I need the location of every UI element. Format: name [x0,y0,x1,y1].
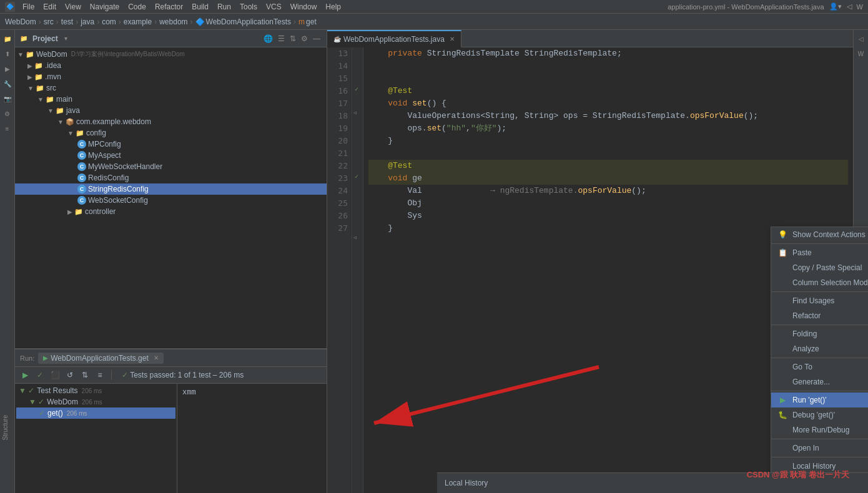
tree-item-src[interactable]: ▼ 📁 src [15,82,327,94]
globe-icon[interactable]: 🌐 [262,33,274,44]
ctx-more-run-debug[interactable]: More Run/Debug › [771,422,868,437]
sidebar-project-icon[interactable]: 📁 [1,32,14,45]
breadcrumb-webdom[interactable]: WebDom [5,17,36,26]
run-sort-btn[interactable]: ⇅ [79,369,91,381]
run-tab-close[interactable]: ✕ [154,354,159,361]
breadcrumb-example[interactable]: example [124,17,152,26]
run-section: Run: ▶ WebDomApplicationTests.get ✕ ▶ ✓ … [15,349,327,493]
structure-label: Structure [0,412,11,443]
breadcrumb-webdom2[interactable]: webdom [159,17,187,26]
tree-item-mvn[interactable]: ▶ 📁 .mvn [15,71,327,82]
ctx-open-in[interactable]: Open In › [771,441,868,456]
tree-item-controller[interactable]: ▶ 📁 controller [15,206,327,217]
right-icon-2[interactable]: W [855,47,867,60]
tree-root-path: D:\学习案例\integrationMyBatis\WebDom [71,50,185,59]
menu-file[interactable]: File [19,2,38,12]
tree-label-mywebsocket: MyWebSocketHandler [88,162,162,171]
breadcrumb-src[interactable]: src [44,17,54,26]
menu-run[interactable]: Run [214,2,235,12]
ctx-run-get[interactable]: ▶ Run 'get()' Ctrl+Shift+F10 [771,393,868,408]
tree-item-main[interactable]: ▼ 📁 main [15,94,327,105]
ctx-go-to[interactable]: Go To › [771,359,868,374]
menu-bar: 🔷 File Edit View Navigate Code Refactor … [0,0,868,14]
run-tab[interactable]: ▶ WebDomApplicationTests.get ✕ [38,353,164,364]
breadcrumb-java[interactable]: java [81,17,94,26]
chevron-icon[interactable]: ⇅ [289,33,297,44]
code-line-26: Sys [368,210,848,222]
breadcrumb-com[interactable]: com [102,17,116,26]
sidebar-run-icon[interactable]: ▶ [1,62,14,75]
tree-label-controller: controller [85,207,116,216]
menu-tools[interactable]: Tools [236,2,261,12]
menu-code[interactable]: Code [124,2,150,12]
ctx-show-context-actions[interactable]: 💡 Show Context Actions Alt+Enter [771,227,868,242]
breadcrumb-method[interactable]: get [306,17,317,26]
tree-item-config[interactable]: ▼ 📁 config [15,127,327,139]
tree-label-redisconfig: RedisConfig [88,173,129,182]
sidebar-commit-icon[interactable]: ⬆ [1,47,14,60]
breadcrumb-class-icon: 🔷 [195,17,205,26]
ctx-folding[interactable]: Folding › [771,326,868,341]
code-line-13: private StringRedisTemplate StringRedisT… [368,47,848,60]
tree-item-myaspect[interactable]: C MyAspect [15,150,327,161]
ctx-sep-4 [771,358,868,358]
code-line-17: void set() { [368,97,848,110]
right-icon-1[interactable]: ◁ [855,32,867,45]
tree-root[interactable]: ▼ 📁 WebDom D:\学习案例\integrationMyBatis\We… [15,49,327,60]
menu-help[interactable]: Help [322,2,345,12]
tree-item-redisconfig[interactable]: C RedisConfig [15,172,327,183]
run-play-btn[interactable]: ▶ [19,369,31,381]
tree-label-mvn: .mvn [45,72,61,81]
class-icon-stringredis: C [77,185,86,193]
menu-vcs[interactable]: VCS [262,2,285,12]
tree-item-mywebsocket[interactable]: C MyWebSocketHandler [15,161,327,172]
tree-item-package[interactable]: ▼ 📦 com.example.webdom [15,116,327,127]
tree-label-websocketconfig: WebSocketConfig [88,196,148,205]
menu-build[interactable]: Build [188,2,212,12]
editor-tab-close[interactable]: ✕ [450,36,455,42]
watermark: CSDN @跟 耿瑞 卷出一片天 [747,469,849,481]
run-tree-get[interactable]: ✓ get() 206 ms [16,408,175,419]
gear-icon[interactable]: ⚙ [300,33,309,44]
ctx-column-selection[interactable]: Column Selection Mode Alt+Shift+Insert [771,275,868,290]
tree-label-java: java [66,106,80,115]
run-filter-btn[interactable]: ≡ [94,369,106,381]
tree-item-mpconfig[interactable]: C MPConfig [15,139,327,150]
tree-item-websocketconfig[interactable]: C WebSocketConfig [15,195,327,206]
tree-item-stringredis[interactable]: C StringRedisConfig [15,183,327,195]
menu-edit[interactable]: Edit [39,2,60,12]
ctx-debug-get[interactable]: 🐛 Debug 'get()' [771,408,868,422]
run-output: xmm [177,384,327,493]
ctx-generate[interactable]: Generate... Alt+Insert [771,374,868,389]
menu-refactor[interactable]: Refactor [151,2,187,12]
minimize-icon[interactable]: — [312,33,322,44]
code-line-20: } [368,135,848,147]
gutter-test-16[interactable]: ✓ [352,85,361,94]
run-stop-btn[interactable]: ⬛ [49,369,61,381]
tree-item-idea[interactable]: ▶ 📁 .idea [15,60,327,71]
code-line-14 [368,60,848,72]
run-rerun-btn[interactable]: ↺ [64,369,76,381]
sidebar-structure-icon[interactable]: ≡ [1,122,14,135]
ctx-copy-paste-special[interactable]: Copy / Paste Special › [771,260,868,275]
gutter-test-21[interactable]: ✓ [352,172,361,181]
editor-tab-main[interactable]: ☕ WebDomApplicationTests.java ✕ [327,30,461,47]
run-check-btn[interactable]: ✓ [34,369,46,381]
run-tree-results[interactable]: ▼ ✓ Test Results 206 ms [16,385,175,396]
breadcrumb-classname[interactable]: WebDomApplicationTests [206,17,292,26]
align-icon[interactable]: ☰ [277,33,286,44]
menu-view[interactable]: View [61,2,85,12]
sidebar-camera-icon[interactable]: 📷 [1,92,14,105]
menu-window[interactable]: Window [287,2,321,12]
run-tree-webdom[interactable]: ▼ ✓ WebDom 206 ms [16,396,175,408]
menu-navigate[interactable]: Navigate [86,2,123,12]
ctx-paste[interactable]: 📋 Paste Ctrl+V [771,245,868,260]
ctx-analyze[interactable]: Analyze › [771,341,868,356]
sidebar-build-icon[interactable]: ⚙ [1,107,14,120]
tree-label-myaspect: MyAspect [88,151,121,160]
ctx-refactor[interactable]: Refactor › [771,308,868,323]
ctx-find-usages[interactable]: Find Usages Alt+F7 [771,293,868,308]
breadcrumb-test[interactable]: test [61,17,73,26]
sidebar-services-icon[interactable]: 🔧 [1,77,14,90]
tree-item-java[interactable]: ▼ 📁 java [15,105,327,116]
